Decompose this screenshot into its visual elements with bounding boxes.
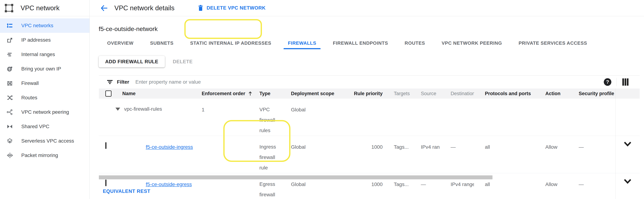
column-header-source[interactable]: Source [410, 91, 440, 96]
column-header-targets[interactable]: Targets [383, 91, 410, 96]
select-all-checkbox[interactable] [105, 90, 112, 97]
page-title: VPC network details [114, 4, 174, 12]
tab-overview[interactable]: OVERVIEW [103, 38, 138, 48]
horizontal-scrollbar-thumb[interactable] [99, 175, 492, 179]
tab-private-services-access[interactable]: PRIVATE SERVICES ACCESS [514, 38, 592, 48]
cell-action [534, 99, 568, 136]
cell-type: Ingress firewall rule [252, 136, 284, 173]
delete-vpc-network-button[interactable]: DELETE VPC NETWORK [198, 5, 266, 11]
row-checkbox[interactable] [105, 180, 106, 186]
tab-vpc-network-peering[interactable]: VPC NETWORK PEERING [437, 38, 506, 48]
expand-row-chevron-icon[interactable] [624, 179, 632, 184]
sidebar-nav: VPC networks IP addresses Internal range… [0, 16, 90, 163]
layers-arrow-icon [6, 138, 13, 144]
sidebar-item-label: Serverless VPC access [21, 138, 74, 144]
sidebar-item-label: Bring your own IP [21, 66, 61, 72]
cell-deployment-scope: Global [284, 136, 342, 173]
row-checkbox[interactable] [105, 142, 106, 149]
sidebar-item-label: VPC networks [21, 23, 53, 28]
back-button[interactable] [99, 3, 109, 13]
table-row-f5-ce-outside-ingress: f5-ce-outside-ingress Ingress firewall r… [99, 136, 640, 173]
column-header-security-profile-group[interactable]: Security profile group [568, 91, 615, 96]
filter-icon [107, 79, 113, 85]
help-button[interactable]: ? [604, 78, 612, 86]
sidebar-item-label: VPC network peering [21, 109, 69, 115]
sidebar-item-shared-vpc[interactable]: Shared VPC [0, 119, 90, 134]
cell-security-profile-group [568, 99, 615, 136]
equivalent-rest-link[interactable]: EQUIVALENT REST [103, 189, 150, 194]
column-header-protocols-and-ports[interactable]: Protocols and ports [474, 91, 534, 96]
add-firewall-rule-button[interactable]: ADD FIREWALL RULE [99, 56, 165, 67]
cell-enforcement-order [194, 136, 252, 173]
sidebar-item-packet-mirroring[interactable]: Packet mirroring [0, 148, 90, 163]
cell-enforcement-order: 1 [194, 99, 252, 136]
main-content: VPC network details DELETE VPC NETWORK f… [90, 0, 644, 199]
internal-ranges-icon [6, 51, 13, 58]
delete-rule-button[interactable]: DELETE [173, 59, 193, 64]
sidebar-item-firewall[interactable]: Firewall [0, 76, 90, 90]
sidebar-item-bring-your-own-ip[interactable]: Bring your own IP [0, 62, 90, 76]
column-header-expand [615, 88, 640, 99]
sidebar-item-routes[interactable]: Routes [0, 90, 90, 105]
expand-row-chevron-icon[interactable] [624, 141, 632, 147]
sidebar-item-vpc-network-peering[interactable]: VPC network peering [0, 105, 90, 119]
cell-source [410, 99, 440, 136]
group-name: vpc-firewall-rules [124, 106, 162, 112]
filter-bar: Filter ? [99, 75, 640, 88]
app-title: VPC network [20, 4, 60, 12]
collapse-group-icon[interactable] [116, 108, 120, 111]
tab-static-internal-ip-addresses[interactable]: STATIC INTERNAL IP ADDRESSES [186, 38, 276, 48]
column-display-options-button[interactable] [621, 78, 630, 86]
column-header-destination[interactable]: Destination [440, 91, 474, 96]
sidebar-item-label: Shared VPC [21, 124, 50, 129]
column-header-enforcement-order[interactable]: Enforcement order [194, 91, 252, 96]
firewall-rule-link-ingress[interactable]: f5-ce-outside-ingress [146, 144, 193, 150]
column-header-action[interactable]: Action [534, 91, 568, 96]
cell-action: Allow [534, 173, 568, 199]
sidebar-item-internal-ranges[interactable]: Internal ranges [0, 47, 90, 62]
trash-icon [198, 5, 203, 11]
filter-label: Filter [117, 79, 129, 85]
table-body: vpc-firewall-rules 1 VPC firewall rules … [99, 99, 640, 199]
sidebar-item-ip-addresses[interactable]: IP addresses [0, 33, 90, 47]
sidebar-item-label: Packet mirroring [21, 153, 58, 158]
cell-targets [383, 99, 410, 136]
firewall-rules-table: Filter ? Name Enforcement order [99, 75, 640, 199]
column-header-name[interactable]: Name [115, 91, 194, 96]
question-circle-icon: ? [604, 78, 612, 86]
cell-rule-priority [342, 99, 383, 136]
bowtie-icon [6, 123, 13, 130]
cell-rule-priority: 1000 [342, 136, 383, 173]
peering-nodes-icon [6, 109, 13, 115]
svg-text:?: ? [606, 79, 609, 85]
sidebar-item-vpc-networks[interactable]: VPC networks [0, 18, 90, 33]
cell-protocols-and-ports [474, 99, 534, 136]
vpc-network-logo-icon [4, 3, 14, 13]
tab-firewalls[interactable]: FIREWALLS [284, 38, 320, 48]
table-header-row: Name Enforcement order Type Deployment s… [99, 88, 640, 99]
toolbar: ADD FIREWALL RULE DELETE [99, 56, 193, 67]
tab-routes[interactable]: ROUTES [400, 38, 429, 48]
tab-firewall-endpoints[interactable]: FIREWALL ENDPOINTS [328, 38, 392, 48]
cell-destination: — [440, 136, 474, 173]
sidebar-item-serverless-vpc-access[interactable]: Serverless VPC access [0, 134, 90, 148]
cell-protocols-and-ports: all [474, 136, 534, 173]
sidebar: VPC network VPC networks IP addresse [0, 0, 90, 199]
column-header-type[interactable]: Type [252, 91, 284, 96]
column-header-rule-priority[interactable]: Rule priority [342, 91, 383, 96]
cell-security-profile-group: — [568, 173, 615, 199]
ip-addresses-icon [6, 37, 13, 43]
cell-source: IPv4 range [410, 136, 440, 173]
firewall-rule-link-egress[interactable]: f5-ce-outside-egress [146, 182, 192, 187]
table-row-vpc-firewall-rules: vpc-firewall-rules 1 VPC firewall rules … [99, 99, 640, 136]
filter-input[interactable] [135, 79, 604, 85]
cell-deployment-scope: Global [284, 99, 342, 136]
sidebar-item-label: Routes [21, 95, 37, 101]
crossing-arrows-icon [6, 94, 13, 101]
tab-subnets[interactable]: SUBNETS [146, 38, 178, 48]
sort-ascending-icon [248, 91, 252, 96]
columns-icon [622, 78, 630, 86]
column-header-deployment-scope[interactable]: Deployment scope [284, 91, 342, 96]
arrow-back-icon [100, 4, 108, 12]
globe-icon [6, 66, 13, 72]
